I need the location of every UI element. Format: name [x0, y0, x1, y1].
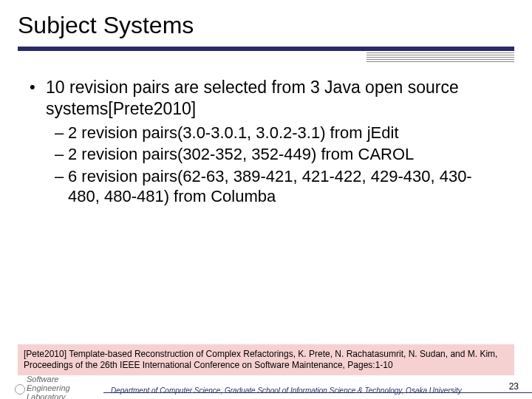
- page-number: 23: [509, 381, 519, 392]
- sub-item-text: 2 revision pairs(3.0-3.0.1, 3.0.2-3.1) f…: [68, 123, 399, 143]
- bullet-text: 10 revision pairs are selected from 3 Ja…: [46, 77, 502, 120]
- dash-marker: –: [55, 123, 68, 143]
- dash-marker: –: [55, 144, 68, 165]
- title-hatch: [18, 52, 514, 64]
- title-underline: [18, 47, 514, 51]
- lab-logo-icon: [15, 384, 25, 395]
- bullet-item: • 10 revision pairs are selected from 3 …: [30, 77, 502, 120]
- content-area: • 10 revision pairs are selected from 3 …: [0, 64, 532, 207]
- footer-department: Department of Computer Science, Graduate…: [111, 386, 462, 395]
- sub-item: – 2 revision pairs(302-352, 352-449) fro…: [55, 144, 502, 165]
- sub-item: – 6 revision pairs(62-63, 389-421, 421-4…: [55, 166, 502, 207]
- sub-list: – 2 revision pairs(3.0-3.0.1, 3.0.2-3.1)…: [30, 123, 502, 207]
- reference-text: [Pete2010] Template-based Reconstruction…: [24, 349, 497, 370]
- bullet-marker: •: [30, 77, 46, 120]
- slide-title: Subject Systems: [18, 12, 514, 39]
- sub-item-text: 2 revision pairs(302-352, 352-449) from …: [68, 144, 414, 165]
- reference-box: [Pete2010] Template-based Reconstruction…: [18, 344, 514, 375]
- sub-item: – 2 revision pairs(3.0-3.0.1, 3.0.2-3.1)…: [55, 123, 502, 143]
- sub-item-text: 6 revision pairs(62-63, 389-421, 421-422…: [68, 166, 502, 207]
- dash-marker: –: [55, 166, 68, 207]
- slide-title-block: Subject Systems: [0, 0, 532, 42]
- footer: Software Engineering Laboratory Departme…: [0, 377, 532, 399]
